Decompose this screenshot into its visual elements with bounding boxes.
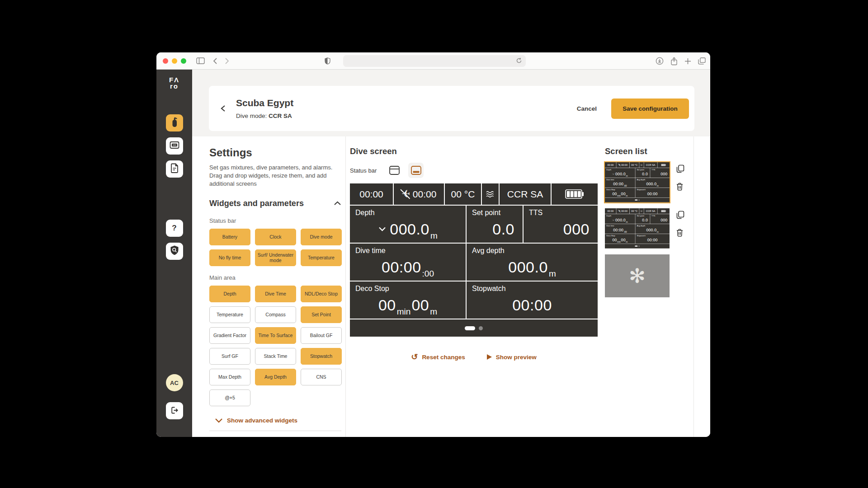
statusbar-dive-mode[interactable]: CCR SA	[644, 208, 657, 214]
statusbar-surf-mode[interactable]	[482, 183, 499, 205]
widget-stopwatch[interactable]: Stopwatch 00:00	[467, 282, 598, 319]
widget-tts[interactable]: TTS 000	[524, 206, 598, 243]
widget-set-point[interactable]: Set point 0.0	[467, 206, 523, 243]
statusbar-battery[interactable]	[657, 208, 670, 214]
statusbar-temperature[interactable]: 00 °C	[630, 162, 639, 168]
cancel-button[interactable]: Cancel	[572, 102, 601, 116]
statusbar-dive-mode[interactable]: CCR SA	[644, 162, 657, 168]
widget-toggle-button[interactable]: @+5	[209, 389, 250, 406]
logout-button[interactable]	[166, 402, 183, 419]
sidebar-item-screens[interactable]	[166, 137, 183, 155]
widget-toggle-button[interactable]: Clock	[255, 229, 296, 245]
widget-avg-depth[interactable]: Avg depth 000.0m	[635, 178, 670, 188]
widget-toggle-button[interactable]: Dive mode	[301, 229, 342, 245]
reload-icon[interactable]	[516, 57, 522, 65]
widget-avg-depth[interactable]: Avg depth 000.0m	[635, 224, 670, 234]
statusbar-temperature[interactable]: 00 °C	[445, 183, 481, 205]
screen-thumbnail-selected[interactable]: 00:00 ✈ 00:00 00 °C CCR SA	[605, 162, 670, 202]
statusbar-clock[interactable]: 00:00	[605, 162, 616, 168]
widget-toggle-button[interactable]: NDL/Deco Stop	[301, 286, 342, 302]
new-tab-icon[interactable]	[684, 58, 691, 65]
collapse-section-button[interactable]	[334, 201, 341, 206]
statusbar-surf-mode[interactable]	[639, 162, 644, 168]
page-dot[interactable]	[638, 245, 639, 246]
widget-toggle-button[interactable]: Max Depth	[209, 369, 250, 385]
widget-toggle-button[interactable]: Gradient Factor	[209, 327, 250, 344]
widget-set-point[interactable]: Set point 0.0	[635, 214, 650, 224]
page-dot-active[interactable]	[635, 245, 637, 246]
widget-toggle-button[interactable]: Dive Time	[255, 286, 296, 302]
delete-screen-button[interactable]	[675, 228, 685, 237]
widget-toggle-button[interactable]: Set Point	[301, 306, 342, 323]
widget-toggle-button[interactable]: Surf/ Underwater mode	[255, 249, 296, 266]
delete-screen-button[interactable]	[675, 182, 685, 191]
widget-toggle-button[interactable]: Stack Time	[255, 348, 296, 365]
back-button[interactable]	[217, 102, 230, 115]
widget-toggle-button[interactable]: Stopwatch	[301, 348, 342, 365]
widget-tts[interactable]: TTS 000	[650, 168, 670, 178]
close-window-button[interactable]	[163, 58, 168, 64]
widget-stopwatch[interactable]: Stopwatch 00:00	[635, 234, 670, 244]
statusbar-no-fly[interactable]: ✈ 00:00	[616, 162, 629, 168]
show-preview-button[interactable]: Show preview	[487, 353, 537, 361]
statusbar-no-fly[interactable]: ✈ 00:00	[616, 208, 629, 214]
sidebar-toggle-icon[interactable]	[196, 57, 205, 64]
widget-toggle-button[interactable]: Temperature	[301, 249, 342, 266]
maximize-window-button[interactable]	[181, 58, 186, 64]
statusbar-battery[interactable]	[657, 162, 670, 168]
sidebar-item-logs[interactable]	[166, 160, 183, 178]
widget-dive-time[interactable]: Dive time 00:00:00	[605, 178, 635, 188]
widget-toggle-button[interactable]: Temperature	[209, 306, 250, 323]
widget-deco-stop[interactable]: Deco Stop 00min00m	[605, 188, 635, 197]
statusbar-battery[interactable]	[552, 183, 598, 205]
page-dot-active[interactable]	[635, 199, 637, 200]
forward-icon[interactable]	[225, 57, 229, 65]
statusbar-top-toggle[interactable]	[387, 163, 402, 178]
sidebar-item-tank[interactable]	[166, 114, 183, 131]
reset-changes-button[interactable]: ↺ Reset changes	[411, 353, 465, 361]
widget-toggle-button[interactable]: CNS	[301, 369, 342, 385]
statusbar-clock[interactable]: 00:00	[605, 208, 616, 214]
sidebar-item-diagnostics[interactable]	[166, 243, 183, 260]
statusbar-surf-mode[interactable]	[639, 208, 644, 214]
screen-thumbnail[interactable]: 00:00 ✈ 00:00 00 °C CCR SA	[605, 208, 670, 249]
widget-toggle-button[interactable]: Depth	[209, 286, 250, 302]
statusbar-clock[interactable]: 00:00	[350, 183, 393, 205]
widget-toggle-button[interactable]: Time To Surface	[255, 327, 296, 344]
sidebar-item-help[interactable]: ?	[166, 220, 183, 237]
downloads-icon[interactable]	[656, 57, 664, 65]
privacy-shield-icon[interactable]	[325, 57, 330, 66]
address-bar[interactable]	[343, 55, 526, 67]
widget-toggle-button[interactable]: Compass	[255, 306, 296, 323]
statusbar-temperature[interactable]: 00 °C	[630, 208, 639, 214]
widget-toggle-button[interactable]: Battery	[209, 229, 250, 245]
duplicate-screen-button[interactable]	[675, 210, 685, 220]
widget-tts[interactable]: TTS 000	[650, 214, 670, 224]
widget-depth[interactable]: Depth 000.0m	[605, 168, 635, 178]
widget-avg-depth[interactable]: Avg depth 000.0m	[467, 244, 598, 281]
widget-toggle-button[interactable]: No fly time	[209, 249, 250, 266]
statusbar-dive-mode[interactable]: CCR SA	[500, 183, 551, 205]
widget-dive-time[interactable]: Dive time 00:00:00	[350, 244, 466, 281]
widget-stopwatch[interactable]: Stopwatch 00:00	[635, 188, 670, 197]
widget-set-point[interactable]: Set point 0.0	[635, 168, 650, 178]
save-configuration-button[interactable]: Save configuration	[611, 99, 689, 119]
share-icon[interactable]	[670, 57, 678, 66]
page-dot[interactable]	[479, 326, 483, 330]
widget-deco-stop[interactable]: Deco Stop 00min00m	[605, 234, 635, 244]
page-dot[interactable]	[638, 199, 639, 200]
widget-deco-stop[interactable]: Deco Stop 00min00m	[350, 282, 466, 319]
minimize-window-button[interactable]	[172, 58, 177, 64]
widget-depth[interactable]: Depth 000.0m	[350, 206, 466, 243]
back-icon[interactable]	[213, 57, 217, 65]
statusbar-bottom-toggle[interactable]	[408, 163, 424, 178]
widget-depth[interactable]: Depth 000.0m	[605, 214, 635, 224]
widget-toggle-button[interactable]: Surf GF	[209, 348, 250, 365]
tab-overview-icon[interactable]	[698, 57, 706, 65]
duplicate-screen-button[interactable]	[675, 164, 685, 174]
widget-toggle-button[interactable]: Bailout GF	[301, 327, 342, 344]
widget-toggle-button[interactable]: Avg Depth	[255, 369, 296, 385]
page-dot-active[interactable]	[465, 326, 475, 330]
statusbar-no-fly[interactable]: ✈ 00:00	[394, 183, 444, 205]
avatar[interactable]: AC	[166, 374, 183, 391]
